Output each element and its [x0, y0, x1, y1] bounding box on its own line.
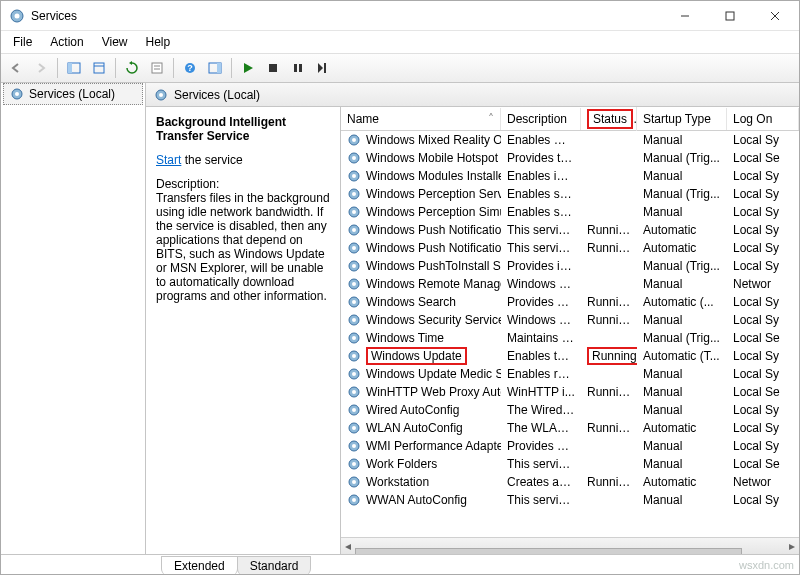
service-row[interactable]: Windows Modules InstallerEnables inst...…: [341, 167, 799, 185]
svg-rect-19: [299, 64, 302, 72]
service-row[interactable]: Windows TimeMaintains d...Manual (Trig..…: [341, 329, 799, 347]
start-service-link[interactable]: Start: [156, 153, 181, 167]
svg-point-62: [352, 462, 356, 466]
start-suffix: the service: [181, 153, 242, 167]
service-row[interactable]: Windows Remote Manage...Windows R...Manu…: [341, 275, 799, 293]
column-status[interactable]: Status: [581, 107, 637, 133]
service-status: Running: [581, 346, 637, 366]
service-name: WMI Performance Adapter: [366, 439, 501, 453]
export-list-button[interactable]: [88, 57, 110, 79]
gear-icon: [347, 493, 361, 507]
tree-item-services-local[interactable]: Services (Local): [3, 83, 143, 105]
pause-service-button[interactable]: [287, 57, 309, 79]
tab-extended[interactable]: Extended: [161, 556, 238, 575]
service-logon: Local Se: [727, 330, 799, 346]
service-startup: Manual (Trig...: [637, 258, 727, 274]
service-description: Enables spa...: [501, 186, 581, 202]
properties-button[interactable]: [146, 57, 168, 79]
back-button[interactable]: [5, 57, 27, 79]
service-row[interactable]: Windows PushToInstall Serv...Provides in…: [341, 257, 799, 275]
service-name: Windows Update Medic Ser...: [366, 367, 501, 381]
service-row[interactable]: Windows Security ServiceWindows Se...Run…: [341, 311, 799, 329]
service-description: Enables inst...: [501, 168, 581, 184]
service-description: This service ...: [501, 222, 581, 238]
service-row[interactable]: Windows Push Notificatio...This service …: [341, 221, 799, 239]
scroll-right-icon[interactable]: ▸: [785, 539, 799, 553]
maximize-button[interactable]: [707, 2, 752, 30]
service-row[interactable]: Windows Mobile Hotspot S...Provides th..…: [341, 149, 799, 167]
service-row[interactable]: Wired AutoConfigThe Wired A...ManualLoca…: [341, 401, 799, 419]
service-logon: Networ: [727, 276, 799, 292]
service-row[interactable]: Windows Mixed Reality Op...Enables Mix..…: [341, 131, 799, 149]
service-row[interactable]: WMI Performance AdapterProvides pe...Man…: [341, 437, 799, 455]
refresh-button[interactable]: [121, 57, 143, 79]
service-row[interactable]: Windows Perception Simul...Enables spa..…: [341, 203, 799, 221]
svg-point-28: [352, 156, 356, 160]
horizontal-scrollbar[interactable]: ◂ ▸: [341, 537, 799, 554]
bottom-tabs: Extended Standard: [1, 554, 799, 575]
selected-service-name: Background Intelligent Transfer Service: [156, 115, 330, 143]
service-row[interactable]: WinHTTP Web Proxy Auto-...WinHTTP i...Ru…: [341, 383, 799, 401]
service-startup: Manual: [637, 168, 727, 184]
minimize-button[interactable]: [662, 2, 707, 30]
service-name: WinHTTP Web Proxy Auto-...: [366, 385, 501, 399]
column-startup[interactable]: Startup Type: [637, 108, 727, 130]
service-row[interactable]: Windows Push Notificatio...This service …: [341, 239, 799, 257]
service-row[interactable]: Windows Perception ServiceEnables spa...…: [341, 185, 799, 203]
svg-point-38: [352, 246, 356, 250]
service-row[interactable]: WorkstationCreates and...RunningAutomati…: [341, 473, 799, 491]
svg-text:?: ?: [187, 63, 193, 73]
service-logon: Local Sy: [727, 402, 799, 418]
description-label: Description:: [156, 177, 330, 191]
service-row[interactable]: Work FoldersThis service ...ManualLocal …: [341, 455, 799, 473]
list-rows[interactable]: Windows Mixed Reality Op...Enables Mix..…: [341, 131, 799, 537]
content-header: Services (Local): [146, 83, 799, 107]
svg-rect-3: [726, 12, 734, 20]
menu-help[interactable]: Help: [138, 33, 179, 51]
action-pane-button[interactable]: [204, 57, 226, 79]
service-row[interactable]: WLAN AutoConfigThe WLANS...RunningAutoma…: [341, 419, 799, 437]
svg-point-48: [352, 336, 356, 340]
column-description[interactable]: Description: [501, 108, 581, 130]
service-logon: Local Se: [727, 456, 799, 472]
svg-point-64: [352, 480, 356, 484]
service-status: [581, 409, 637, 411]
service-status: Running: [581, 222, 637, 238]
service-status: Running: [581, 312, 637, 328]
service-startup: Manual: [637, 366, 727, 382]
forward-button[interactable]: [30, 57, 52, 79]
start-service-button[interactable]: [237, 57, 259, 79]
service-startup: Manual: [637, 456, 727, 472]
service-logon: Local Se: [727, 384, 799, 400]
svg-point-34: [352, 210, 356, 214]
service-row[interactable]: WWAN AutoConfigThis service ...ManualLoc…: [341, 491, 799, 509]
column-name[interactable]: Name ˄: [341, 108, 501, 130]
restart-service-button[interactable]: [312, 57, 334, 79]
service-logon: Networ: [727, 474, 799, 490]
service-startup: Automatic: [637, 240, 727, 256]
help-button[interactable]: ?: [179, 57, 201, 79]
menu-view[interactable]: View: [94, 33, 136, 51]
service-status: [581, 463, 637, 465]
menu-file[interactable]: File: [5, 33, 40, 51]
stop-service-button[interactable]: [262, 57, 284, 79]
tab-standard[interactable]: Standard: [237, 556, 312, 575]
services-list[interactable]: Name ˄ Description Status Startup Type L…: [341, 107, 799, 554]
svg-point-30: [352, 174, 356, 178]
show-hide-tree-button[interactable]: [63, 57, 85, 79]
menu-bar: File Action View Help: [1, 31, 799, 53]
service-logon: Local Sy: [727, 132, 799, 148]
service-description: Provides th...: [501, 150, 581, 166]
menu-action[interactable]: Action: [42, 33, 91, 51]
service-status: [581, 139, 637, 141]
scroll-left-icon[interactable]: ◂: [341, 539, 355, 553]
service-row[interactable]: Windows SearchProvides co...RunningAutom…: [341, 293, 799, 311]
service-name: Windows Time: [366, 331, 444, 345]
tree-pane[interactable]: Services (Local): [1, 83, 146, 554]
service-row[interactable]: Windows Update Medic Ser...Enables rem..…: [341, 365, 799, 383]
service-logon: Local Sy: [727, 420, 799, 436]
close-button[interactable]: [752, 2, 797, 30]
service-row[interactable]: Windows UpdateEnables the ...RunningAuto…: [341, 347, 799, 365]
service-description: Enables Mix...: [501, 132, 581, 148]
column-logon[interactable]: Log On: [727, 108, 799, 130]
